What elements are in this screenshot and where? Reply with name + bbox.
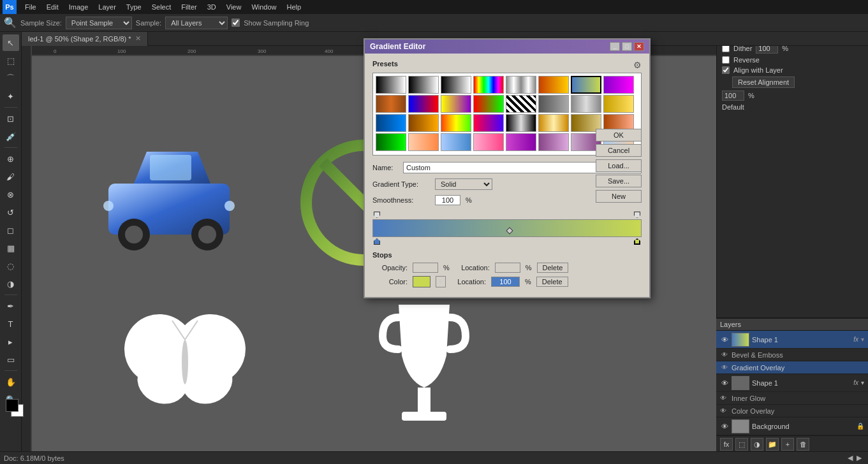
blur-tool[interactable]: ◌ [3, 257, 19, 274]
preset-swatch-4f[interactable] [538, 133, 569, 151]
opacity-stop-right[interactable] [634, 212, 640, 218]
preset-swatch-gold[interactable] [603, 95, 634, 113]
default-input[interactable] [722, 91, 744, 101]
gradient-editor-maximize-button[interactable]: □ [622, 42, 632, 51]
preset-swatch-copper[interactable] [376, 95, 406, 113]
align-with-layer-checkbox[interactable] [722, 66, 730, 74]
hand-tool[interactable]: ✋ [3, 373, 19, 390]
color-stop-right[interactable] [634, 238, 640, 245]
new-button[interactable]: New [596, 190, 642, 203]
preset-swatch-gray[interactable] [538, 95, 569, 113]
preset-swatch-3[interactable] [376, 114, 406, 132]
layer-visibility-shape1-2[interactable]: 👁 [720, 379, 729, 388]
color-delete-button[interactable]: Delete [536, 277, 568, 287]
preset-swatch-4b[interactable] [408, 133, 439, 151]
effect-eye-inner-glow[interactable]: 👁 [720, 395, 729, 402]
preset-swatch-4[interactable] [376, 133, 406, 151]
preset-swatch-fg-bg[interactable] [408, 76, 439, 94]
pen-tool[interactable]: ✒ [3, 298, 19, 314]
crop-tool[interactable]: ⊡ [3, 110, 19, 127]
path-select-tool[interactable]: ▸ [3, 333, 19, 350]
preset-swatch-fg-transparent[interactable] [441, 76, 471, 94]
clone-stamp-tool[interactable]: ⊗ [3, 186, 19, 203]
brush-tool[interactable]: 🖌 [3, 168, 19, 185]
save-button[interactable]: Save... [596, 175, 642, 187]
gradient-editor-close-button[interactable]: ✕ [634, 42, 644, 51]
marquee-tool[interactable]: ⬚ [3, 52, 19, 69]
menu-file[interactable]: File [20, 2, 41, 12]
add-fx-button[interactable]: fx [720, 438, 733, 451]
menu-filter[interactable]: Filter [177, 2, 201, 12]
new-fill-button[interactable]: ◑ [751, 438, 763, 451]
dodge-tool[interactable]: ◑ [3, 275, 19, 292]
color-location-input[interactable] [491, 277, 520, 287]
menu-edit[interactable]: Edit [42, 2, 63, 12]
effect-gradient-overlay[interactable]: 👁 Gradient Overlay [716, 361, 868, 374]
menu-layer[interactable]: Layer [94, 2, 121, 12]
gradient-type-select[interactable]: Solid Noise [435, 178, 492, 190]
move-tool[interactable]: ↖ [3, 34, 19, 51]
opacity-value-input[interactable] [413, 263, 438, 273]
preset-swatch-diagonal[interactable] [506, 95, 536, 113]
gradient-tool[interactable]: ▦ [3, 240, 19, 256]
presets-gear-icon[interactable]: ⚙ [633, 60, 642, 70]
new-layer-button[interactable]: + [781, 438, 794, 451]
color-stop-left[interactable] [374, 238, 380, 245]
preset-swatch-violet[interactable] [603, 76, 634, 94]
opacity-stop-left[interactable] [374, 212, 380, 218]
preset-swatch-blue-yellow[interactable] [571, 76, 601, 94]
shape-tool[interactable]: ▭ [3, 351, 19, 368]
preset-swatch-4c[interactable] [441, 133, 471, 151]
gradient-midpoint[interactable] [506, 227, 513, 234]
show-sampling-ring-checkbox[interactable] [232, 18, 240, 27]
quick-select-tool[interactable]: ✦ [3, 88, 19, 105]
opacity-location-input[interactable] [495, 263, 520, 273]
ok-button[interactable]: OK [596, 129, 642, 141]
preset-swatch-4e[interactable] [506, 133, 536, 151]
menu-help[interactable]: Help [283, 2, 306, 12]
menu-type[interactable]: Type [122, 2, 146, 12]
gradient-bar[interactable] [372, 219, 642, 237]
color-dropdown-arrow[interactable]: ▾ [436, 276, 446, 287]
history-brush-tool[interactable]: ↺ [3, 204, 19, 221]
layer-expand-icon[interactable]: ▾ [861, 336, 864, 343]
reverse-checkbox[interactable] [722, 56, 730, 64]
text-tool[interactable]: T [3, 315, 19, 332]
preset-swatch-blue-red[interactable] [408, 95, 439, 113]
reset-alignment-button[interactable]: Reset Alignment [732, 76, 795, 88]
preset-swatch-3d[interactable] [473, 114, 504, 132]
tab-close-button[interactable]: ✕ [135, 34, 141, 43]
preset-swatch-steel[interactable] [571, 95, 601, 113]
sample-select[interactable]: All Layers Current Layer [165, 17, 228, 29]
status-nav-left[interactable]: ◀ [848, 454, 853, 462]
layer-visibility-background[interactable]: 👁 [720, 422, 729, 431]
load-button[interactable]: Load... [596, 159, 642, 172]
preset-swatch-red-green[interactable] [473, 95, 504, 113]
preset-swatch-orange-yellow[interactable] [538, 76, 569, 94]
effect-inner-glow[interactable]: 👁 Inner Glow [716, 392, 868, 405]
cancel-button[interactable]: Cancel [596, 144, 642, 157]
layer-visibility-shape1[interactable]: 👁 [720, 335, 729, 344]
preset-swatch-4d[interactable] [473, 133, 504, 151]
effect-color-overlay[interactable]: 👁 Color Overlay [716, 405, 868, 417]
preset-swatch-3e[interactable] [506, 114, 536, 132]
smoothness-input[interactable] [435, 195, 460, 205]
new-group-button[interactable]: 📁 [766, 438, 779, 451]
gradient-editor-minimize-button[interactable]: _ [610, 42, 620, 51]
preset-swatch-3b[interactable] [408, 114, 439, 132]
lasso-tool[interactable]: ⌒ [3, 70, 19, 87]
foreground-color-swatch[interactable] [6, 399, 18, 412]
eyedropper-tool[interactable]: 💉 [3, 128, 19, 145]
layer-item-background[interactable]: 👁 Background 🔒 [716, 417, 868, 435]
document-tab[interactable]: led-1 @ 50% (Shape 2, RGB/8) * ✕ [22, 32, 148, 46]
menu-window[interactable]: Window [247, 2, 281, 12]
menu-view[interactable]: View [222, 2, 246, 12]
preset-swatch-chrome[interactable] [506, 76, 536, 94]
menu-select[interactable]: Select [147, 2, 176, 12]
menu-3d[interactable]: 3D [203, 2, 221, 12]
preset-swatch-3c[interactable] [441, 114, 471, 132]
healing-brush-tool[interactable]: ⊕ [3, 150, 19, 167]
effect-eye-bevel[interactable]: 👁 [720, 351, 729, 359]
preset-swatch-rainbow[interactable] [473, 76, 504, 94]
preset-swatch-yellow-violet[interactable] [441, 95, 471, 113]
